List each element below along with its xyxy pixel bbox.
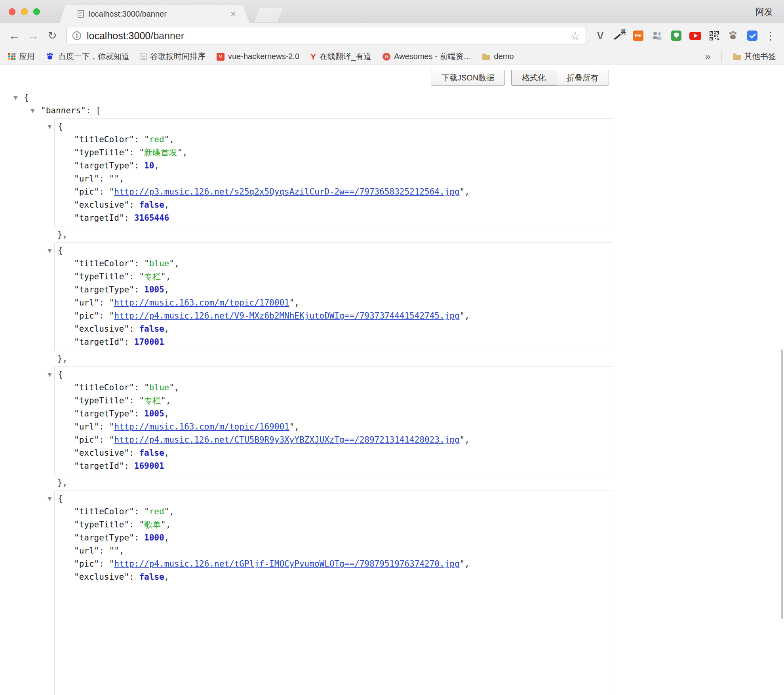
- reload-button[interactable]: ↻: [44, 29, 61, 42]
- bookmark-label: 百度一下，你就知道: [58, 51, 129, 62]
- collapse-toggle-icon[interactable]: ▼: [48, 368, 58, 381]
- json-line: },: [0, 228, 784, 241]
- json-actions: 下载JSON数据 格式化 折叠所有: [431, 70, 609, 86]
- new-tab-button[interactable]: [254, 8, 283, 22]
- json-line: "targetId": 170001: [55, 336, 613, 349]
- json-line: "targetType": 10,: [55, 159, 613, 172]
- json-line: },: [0, 476, 784, 489]
- pen-icon: 英: [614, 30, 625, 41]
- youtube-extension-icon[interactable]: [687, 27, 704, 44]
- titlebar: localhost:3000/banner × 阿发: [0, 0, 784, 23]
- document-icon: [141, 53, 147, 60]
- translate-badge: 英: [620, 29, 626, 36]
- json-object-box: ▼{"titleColor": "red","typeTitle": "歌单",…: [54, 491, 613, 695]
- folder-icon: [733, 55, 741, 60]
- collapse-toggle-icon[interactable]: ▼: [30, 104, 41, 117]
- json-line: "url": "http://music.163.com/m/topic/169…: [55, 420, 613, 433]
- tab-close-icon[interactable]: ×: [230, 9, 236, 19]
- json-object-box: ▼{"titleColor": "red","typeTitle": "新碟首发…: [54, 118, 613, 227]
- qrcode-icon: [710, 31, 719, 40]
- zoom-window-button[interactable]: [33, 8, 40, 15]
- green-shield-extension-icon[interactable]: [668, 27, 685, 44]
- browser-tab[interactable]: localhost:3000/banner ×: [59, 5, 249, 23]
- scrollbar-thumb[interactable]: [781, 349, 783, 619]
- bookmark-apps[interactable]: 应用: [8, 51, 35, 62]
- bookmark-google-sort[interactable]: 谷歌按时间排序: [141, 51, 206, 62]
- json-line: ▼{: [0, 91, 784, 104]
- profile-name[interactable]: 阿发: [755, 6, 773, 18]
- check-icon: [747, 31, 757, 41]
- minimize-window-button[interactable]: [21, 8, 28, 15]
- json-line: "typeTitle": "专栏",: [55, 394, 613, 407]
- back-button[interactable]: ←: [6, 29, 23, 42]
- users-extension-icon[interactable]: [649, 27, 666, 44]
- json-line: ▼{: [55, 244, 613, 257]
- json-line: "pic": "http://p4.music.126.net/tGPljf-I…: [55, 558, 613, 571]
- json-line: "exclusive": false,: [55, 199, 613, 212]
- json-line: "targetType": 1005,: [55, 283, 613, 296]
- json-line: "targetType": 1005,: [55, 407, 613, 420]
- paw-extension-icon[interactable]: [725, 27, 742, 44]
- traffic-lights: [9, 8, 40, 15]
- collapse-toggle-icon[interactable]: ▼: [13, 91, 24, 104]
- json-line: "pic": "http://p4.music.126.net/CTU5B9R9…: [55, 433, 613, 447]
- menu-button[interactable]: ⋮: [763, 29, 778, 42]
- bookmark-label: 在线翻译_有道: [320, 51, 371, 62]
- toolbar: ← → ↻ localhost:3000/banner ☆ V 英 FE ⋮: [0, 23, 784, 48]
- bookmark-label: demo: [494, 52, 514, 61]
- json-link-value[interactable]: http://p4.music.126.net/CTU5B9R9y3XyYBZX…: [114, 435, 459, 445]
- json-line: "titleColor": "blue",: [55, 257, 613, 270]
- json-line: ▼{: [55, 368, 613, 381]
- json-line: "pic": "http://p3.music.126.net/s25q2x5Q…: [55, 185, 613, 199]
- tab-title: localhost:3000/banner: [89, 10, 226, 19]
- bookmark-youdao-translate[interactable]: Y在线翻译_有道: [310, 51, 371, 62]
- json-object-box: ▼{"titleColor": "blue","typeTitle": "专栏"…: [54, 367, 613, 475]
- bookmark-vue-hackernews[interactable]: Vvue-hackernews-2.0: [217, 52, 299, 61]
- bookmark-label: Awesomes - 前端资…: [394, 51, 471, 62]
- fehelper-extension-icon[interactable]: FE: [630, 27, 647, 44]
- bookmark-label: 应用: [19, 51, 35, 62]
- json-line: "url": "http://music.163.com/m/topic/170…: [55, 296, 613, 309]
- json-link-value[interactable]: http://p4.music.126.net/V9-MXz6b2MNhEKju…: [114, 311, 459, 321]
- bookmark-folder-demo[interactable]: demo: [482, 52, 514, 61]
- collapse-toggle-icon[interactable]: ▼: [48, 492, 58, 505]
- translate-extension-icon[interactable]: 英: [611, 27, 628, 44]
- bookmark-star-icon[interactable]: ☆: [571, 30, 580, 42]
- format-button[interactable]: 格式化: [511, 70, 556, 86]
- url-host: localhost:3000: [87, 30, 150, 41]
- json-link-value[interactable]: http://p3.music.126.net/s25q2x5QyqsAzilC…: [114, 187, 459, 197]
- close-window-button[interactable]: [9, 8, 15, 15]
- bookmarks-separator: [721, 52, 722, 61]
- security-check-extension-icon[interactable]: [744, 27, 761, 44]
- json-link-value[interactable]: http://music.163.com/m/topic/169001: [114, 422, 289, 432]
- json-object-box: ▼{"titleColor": "blue","typeTitle": "专栏"…: [54, 242, 613, 351]
- json-line: "url": "",: [55, 544, 613, 558]
- url-text: localhost:3000/banner: [87, 30, 184, 42]
- forward-button[interactable]: →: [25, 29, 42, 42]
- json-line: "typeTitle": "歌单",: [55, 518, 613, 531]
- url-path: /banner: [150, 30, 184, 41]
- bookmarks-bar: 应用 百度一下，你就知道 谷歌按时间排序 Vvue-hackernews-2.0…: [0, 48, 784, 65]
- collapse-all-button[interactable]: 折叠所有: [556, 70, 609, 86]
- json-line: "typeTitle": "新碟首发",: [55, 146, 613, 159]
- format-collapse-group: 格式化 折叠所有: [511, 70, 609, 86]
- bookmark-awesomes[interactable]: AAwesomes - 前端资…: [382, 51, 471, 62]
- json-line: ▼{: [55, 492, 613, 505]
- other-bookmarks-folder[interactable]: 其他书签: [733, 51, 776, 62]
- json-line: "exclusive": false,: [55, 571, 613, 584]
- info-icon[interactable]: [72, 31, 81, 40]
- json-link-value[interactable]: http://music.163.com/m/topic/170001: [114, 298, 289, 307]
- collapse-toggle-icon[interactable]: ▼: [48, 244, 58, 257]
- json-line: "titleColor": "red",: [55, 505, 613, 518]
- json-line: "targetId": 169001: [55, 460, 613, 473]
- bookmarks-overflow-chevron[interactable]: »: [705, 51, 710, 62]
- address-bar[interactable]: localhost:3000/banner ☆: [67, 27, 586, 44]
- collapse-toggle-icon[interactable]: ▼: [48, 120, 58, 133]
- bookmark-label: 谷歌按时间排序: [150, 51, 206, 62]
- vimium-extension-icon[interactable]: V: [592, 27, 609, 44]
- bookmark-baidu[interactable]: 百度一下，你就知道: [46, 51, 129, 62]
- json-link-value[interactable]: http://p4.music.126.net/tGPljf-IMOCyPvum…: [114, 559, 459, 569]
- bookmark-label: vue-hackernews-2.0: [228, 52, 299, 61]
- qrcode-extension-icon[interactable]: [706, 27, 723, 44]
- download-json-button[interactable]: 下载JSON数据: [431, 70, 505, 86]
